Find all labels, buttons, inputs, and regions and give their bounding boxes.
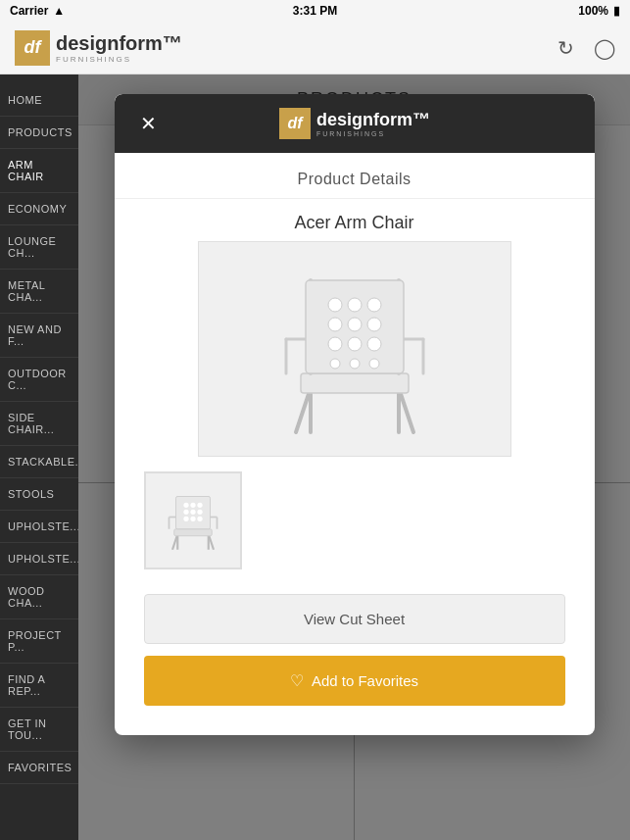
user-icon[interactable]: ◯ bbox=[594, 36, 615, 60]
svg-point-38 bbox=[348, 337, 362, 351]
svg-point-34 bbox=[328, 318, 342, 331]
svg-point-33 bbox=[367, 298, 381, 312]
svg-point-31 bbox=[328, 298, 342, 312]
logo-box: df bbox=[15, 30, 50, 66]
sidebar-item-arm-chair[interactable]: ARM CHAIR bbox=[0, 149, 78, 193]
sidebar-item-project[interactable]: PROJECT P... bbox=[0, 619, 78, 664]
sidebar-item-new[interactable]: NEW AND F... bbox=[0, 314, 78, 358]
modal-header: ✕ df designform™ FURNISHINGS bbox=[115, 94, 595, 153]
modal-close-button[interactable]: ✕ bbox=[134, 112, 163, 135]
sidebar-item-products[interactable]: PRODUCTS bbox=[0, 117, 78, 149]
svg-point-42 bbox=[369, 359, 379, 369]
svg-point-57 bbox=[197, 503, 202, 508]
logo-name: designform™ bbox=[56, 32, 182, 55]
svg-point-36 bbox=[367, 318, 381, 331]
sidebar-item-upholstered1[interactable]: UPHOLSTE... bbox=[0, 511, 78, 543]
modal-logo-letter: df bbox=[287, 115, 302, 132]
view-cut-sheet-button[interactable]: View Cut Sheet bbox=[144, 594, 565, 644]
wifi-icon: ▲ bbox=[53, 4, 65, 18]
modal-main-image bbox=[115, 241, 595, 457]
battery-label: 100% bbox=[578, 4, 608, 18]
sidebar: HOME PRODUCTS ARM CHAIR ECONOMY LOUNGE C… bbox=[0, 74, 78, 840]
svg-point-35 bbox=[348, 318, 362, 331]
app-logo: df designform™ FURNISHINGS bbox=[15, 30, 182, 66]
product-detail-modal: ✕ df designform™ FURNISHINGS bbox=[115, 94, 595, 735]
svg-point-32 bbox=[348, 298, 362, 312]
svg-point-55 bbox=[183, 503, 188, 508]
svg-rect-47 bbox=[173, 529, 212, 536]
sidebar-item-economy[interactable]: ECONOMY bbox=[0, 193, 78, 225]
svg-point-63 bbox=[197, 517, 202, 521]
sidebar-item-outdoor[interactable]: OUTDOOR C... bbox=[0, 358, 78, 402]
sidebar-item-stackable[interactable]: STACKABLE... bbox=[0, 446, 78, 478]
logo-text-group: designform™ FURNISHINGS bbox=[56, 32, 182, 64]
battery-icon: ▮ bbox=[613, 4, 620, 18]
add-to-favorites-label: Add to Favorites bbox=[312, 672, 418, 689]
logo-name-text: designform bbox=[56, 32, 163, 54]
logo-trademark: ™ bbox=[163, 32, 182, 54]
sidebar-item-metal[interactable]: METAL CHA... bbox=[0, 270, 78, 314]
thumbnail-1[interactable] bbox=[144, 471, 242, 569]
svg-point-62 bbox=[190, 517, 195, 521]
svg-point-56 bbox=[190, 503, 195, 508]
sidebar-item-lounge[interactable]: LOUNGE CH... bbox=[0, 225, 78, 270]
main-product-chair-svg bbox=[257, 251, 453, 447]
svg-line-19 bbox=[296, 388, 311, 432]
status-bar-right: 100% ▮ bbox=[578, 4, 620, 18]
sidebar-item-wood[interactable]: WOOD CHA... bbox=[0, 575, 78, 619]
svg-point-59 bbox=[190, 510, 195, 515]
status-bar-left: Carrier ▲ bbox=[10, 4, 65, 18]
svg-rect-23 bbox=[301, 373, 409, 393]
sidebar-item-home[interactable]: HOME bbox=[0, 84, 78, 117]
add-to-favorites-button[interactable]: ♡ Add to Favorites bbox=[144, 656, 565, 706]
modal-logo-subtitle: FURNISHINGS bbox=[316, 130, 430, 137]
modal-logo-box: df bbox=[279, 108, 311, 139]
svg-line-20 bbox=[399, 388, 413, 432]
logo-letter: df bbox=[24, 37, 41, 58]
sidebar-item-contact[interactable]: GET IN TOU... bbox=[0, 708, 78, 752]
main-product-image-box bbox=[198, 241, 511, 457]
sidebar-item-upholstered2[interactable]: UPHOLSTE... bbox=[0, 543, 78, 575]
modal-logo-text-group: designform™ FURNISHINGS bbox=[316, 110, 430, 137]
svg-point-40 bbox=[330, 359, 340, 369]
svg-point-60 bbox=[197, 510, 202, 515]
sidebar-item-find-rep[interactable]: FIND A REP... bbox=[0, 664, 78, 708]
modal-logo: df designform™ FURNISHINGS bbox=[279, 108, 430, 139]
header-icons: ↻ ◯ bbox=[557, 36, 615, 60]
sidebar-item-side-chair[interactable]: SIDE CHAIR... bbox=[0, 402, 78, 446]
refresh-icon[interactable]: ↻ bbox=[557, 36, 574, 60]
thumbnail-row bbox=[115, 457, 595, 584]
carrier-label: Carrier bbox=[10, 4, 48, 18]
modal-product-name: Acer Arm Chair bbox=[115, 199, 595, 241]
modal-logo-name: designform™ bbox=[316, 110, 430, 129]
svg-point-39 bbox=[367, 337, 381, 351]
thumbnail-1-svg bbox=[159, 486, 227, 555]
modal-logo-name-row: designform™ bbox=[316, 110, 430, 130]
app-header: df designform™ FURNISHINGS ↻ ◯ bbox=[0, 22, 630, 74]
main-layout: HOME PRODUCTS ARM CHAIR ECONOMY LOUNGE C… bbox=[0, 74, 630, 840]
status-bar: Carrier ▲ 3:31 PM 100% ▮ bbox=[0, 0, 630, 22]
modal-title-text: Product Details bbox=[298, 171, 412, 187]
status-bar-time: 3:31 PM bbox=[293, 4, 337, 18]
svg-point-61 bbox=[183, 517, 188, 521]
sidebar-item-favorites[interactable]: FAVORITES bbox=[0, 752, 78, 784]
svg-point-41 bbox=[350, 359, 360, 369]
svg-point-37 bbox=[328, 337, 342, 351]
content-area: Products Chair bbox=[78, 74, 630, 840]
heart-icon: ♡ bbox=[290, 671, 304, 690]
modal-product-name-text: Acer Arm Chair bbox=[294, 213, 413, 232]
modal-title-section: Product Details bbox=[115, 153, 595, 199]
modal-actions: View Cut Sheet ♡ Add to Favorites bbox=[115, 584, 595, 735]
modal-overlay: ✕ df designform™ FURNISHINGS bbox=[78, 74, 630, 840]
sidebar-item-stools[interactable]: STOOLS bbox=[0, 478, 78, 511]
svg-point-58 bbox=[183, 510, 188, 515]
logo-subtitle: FURNISHINGS bbox=[56, 55, 182, 64]
